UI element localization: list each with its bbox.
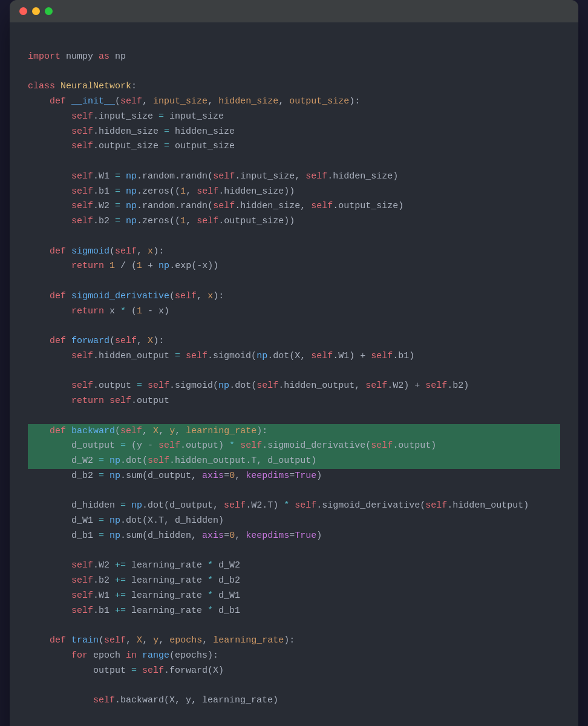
code-line — [28, 708, 560, 724]
code-line-highlighted: def backward(self, X, y, learning_rate): — [28, 424, 560, 439]
code-line: self.b2 = np.zeros((1, self.output_size)… — [28, 214, 560, 229]
code-line: return x * (1 - x) — [28, 304, 560, 319]
code-line — [28, 409, 560, 424]
code-line: self.W2 = np.random.randn(self.hidden_si… — [28, 199, 560, 214]
code-line: self.W2 += learning_rate * d_W2 — [28, 558, 560, 574]
code-line — [28, 364, 560, 379]
code-line — [28, 34, 560, 50]
code-line: self.output = self.sigmoid(np.dot(self.h… — [28, 379, 560, 394]
code-line: self.b1 = np.zeros((1, self.hidden_size)… — [28, 185, 560, 200]
code-editor: import numpy as np class NeuralNetwork: … — [10, 22, 578, 726]
code-line: d_b1 = np.sum(d_hidden, axis=0, keepdims… — [28, 529, 560, 544]
code-line: self.b2 += learning_rate * d_b2 — [28, 574, 560, 589]
code-line: d_W1 = np.dot(X.T, d_hidden) — [28, 514, 560, 529]
code-line — [28, 618, 560, 633]
code-window: import numpy as np class NeuralNetwork: … — [10, 0, 578, 726]
code-line: def forward(self, X): — [28, 334, 560, 349]
minimize-dot[interactable] — [32, 7, 40, 15]
code-line-highlighted: d_W2 = np.dot(self.hidden_output.T, d_ou… — [28, 454, 560, 469]
code-line — [28, 544, 560, 559]
maximize-dot[interactable] — [45, 7, 53, 15]
code-line: d_hidden = np.dot(d_output, self.W2.T) *… — [28, 499, 560, 514]
code-line — [28, 154, 560, 169]
code-line: import numpy as np — [28, 50, 560, 65]
window-titlebar — [10, 0, 578, 22]
code-line: self.hidden_size = hidden_size — [28, 125, 560, 140]
code-line: self.hidden_output = self.sigmoid(np.dot… — [28, 349, 560, 364]
close-dot[interactable] — [19, 7, 27, 15]
code-line: def sigmoid(self, x): — [28, 244, 560, 260]
code-line: for epoch in range(epochs): — [28, 649, 560, 664]
code-line-highlighted: d_output = (y - self.output) * self.sigm… — [28, 439, 560, 454]
code-line: def train(self, X, y, epochs, learning_r… — [28, 633, 560, 649]
code-line: def __init__(self, input_size, hidden_si… — [28, 94, 560, 110]
code-line — [28, 65, 560, 80]
code-line — [28, 319, 560, 334]
code-line — [28, 274, 560, 289]
code-line: self.input_size = input_size — [28, 110, 560, 125]
code-line: self.W1 += learning_rate * d_W1 — [28, 589, 560, 604]
code-line: self.W1 = np.random.randn(self.input_siz… — [28, 169, 560, 185]
code-line — [28, 678, 560, 693]
code-line: self.b1 += learning_rate * d_b1 — [28, 604, 560, 619]
code-line: d_b2 = np.sum(d_output, axis=0, keepdims… — [28, 469, 560, 484]
code-line: return 1 / (1 + np.exp(-x)) — [28, 259, 560, 274]
code-line: self.output_size = output_size — [28, 139, 560, 154]
code-line: loss = np.mean((y - output) ** 2) — [28, 724, 560, 727]
code-line: def sigmoid_derivative(self, x): — [28, 289, 560, 304]
code-line: output = self.forward(X) — [28, 664, 560, 679]
code-line — [28, 484, 560, 499]
code-line — [28, 229, 560, 244]
code-line: self.backward(X, y, learning_rate) — [28, 693, 560, 708]
code-line: class NeuralNetwork: — [28, 79, 560, 94]
code-line: return self.output — [28, 394, 560, 409]
